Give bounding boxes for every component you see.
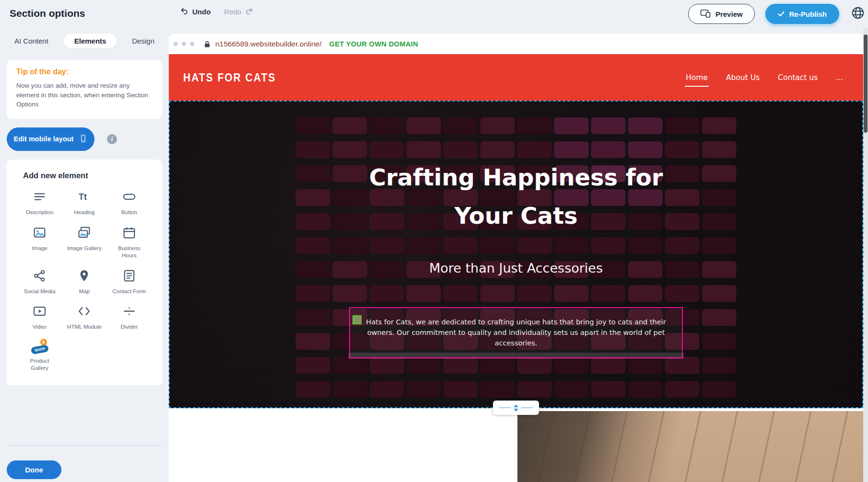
tile — [296, 117, 330, 134]
redo-button[interactable]: Redo — [224, 7, 254, 17]
hero-paragraph[interactable]: Hats for Cats, we are dedicated to craft… — [356, 317, 676, 348]
check-icon — [778, 10, 785, 18]
tile — [591, 381, 626, 398]
pavement-photo — [517, 411, 863, 482]
element-label: Map — [79, 288, 90, 295]
tile — [481, 117, 515, 134]
tile — [517, 285, 552, 302]
resize-dotted-line — [500, 407, 510, 408]
element-item-heading[interactable]: Tt Heading — [62, 190, 106, 216]
shop-pill-icon: SHOP — [31, 344, 49, 355]
tile — [296, 141, 330, 158]
tab-design[interactable]: Design — [132, 34, 154, 48]
element-item-product-gallery[interactable]: $ SHOP Product Gallery — [17, 340, 62, 372]
map-pin-icon — [77, 269, 91, 285]
shop-badge-icon: $ — [40, 339, 47, 345]
done-button[interactable]: Done — [7, 460, 61, 479]
tile — [517, 357, 552, 374]
tile — [591, 285, 626, 302]
sidebar-tabs: AI Content Elements Design — [0, 34, 169, 48]
element-item-description[interactable]: Description — [17, 190, 62, 216]
redo-icon — [245, 7, 254, 17]
tile — [591, 357, 626, 374]
tile — [554, 141, 589, 158]
section-resize-handle[interactable] — [493, 401, 539, 415]
tile — [333, 237, 367, 254]
hero-heading[interactable]: Crafting Happiness for Your Cats — [348, 158, 684, 235]
tile — [628, 381, 663, 398]
tile — [481, 357, 515, 374]
site-header[interactable]: HATS FOR CATS Home About Us Contact us .… — [169, 54, 863, 101]
republish-button[interactable]: Re-Publish — [765, 4, 839, 24]
vertical-scrollbar[interactable] — [863, 28, 868, 482]
next-section[interactable] — [169, 408, 863, 482]
mobile-layout-row: Edit mobile layout i — [7, 127, 162, 151]
tile — [554, 357, 589, 374]
element-item-video[interactable]: Video — [17, 304, 62, 331]
tile — [665, 357, 700, 374]
site-logo[interactable]: HATS FOR CATS — [183, 71, 276, 84]
tile — [481, 381, 515, 398]
undo-label: Undo — [192, 8, 211, 16]
description-icon — [33, 190, 47, 206]
element-item-map[interactable]: Map — [62, 269, 106, 295]
tab-ai-content[interactable]: AI Content — [14, 34, 48, 48]
tile — [296, 285, 330, 302]
tile — [333, 141, 367, 158]
browser-chrome-bar: n1566589.websitebuilder.online/ GET YOUR… — [169, 34, 863, 54]
hero-text-element-selected[interactable]: Hats for Cats, we are dedicated to craft… — [349, 307, 683, 358]
element-item-image-gallery[interactable]: Image Gallery — [62, 226, 106, 252]
tile — [481, 141, 515, 158]
tile — [296, 189, 330, 206]
window-dot — [182, 42, 186, 46]
element-item-social-media[interactable]: Social Media — [17, 269, 62, 295]
history-controls: Undo Redo — [180, 7, 254, 17]
nav-item-more[interactable]: ... — [836, 73, 843, 82]
tile — [296, 309, 330, 326]
tile — [702, 165, 737, 182]
element-item-contact-form[interactable]: Contact Form — [107, 269, 152, 295]
tile — [554, 237, 589, 254]
page-title: Section options — [10, 8, 85, 19]
divider-icon — [122, 304, 136, 320]
hero-section-selected[interactable]: Crafting Happiness for Your Cats More th… — [169, 101, 863, 408]
tile — [407, 381, 441, 398]
language-globe-button[interactable] — [850, 6, 866, 22]
element-item-html-module[interactable]: HTML Module — [62, 304, 106, 331]
preview-button[interactable]: Preview — [688, 4, 755, 24]
tile — [296, 381, 330, 398]
republish-label: Re-Publish — [789, 10, 827, 18]
element-item-business-hours[interactable]: Business Hours — [107, 226, 152, 259]
sidebar: AI Content Elements Design Tip of the da… — [0, 28, 169, 482]
tile — [370, 141, 404, 158]
get-domain-link[interactable]: GET YOUR OWN DOMAIN — [329, 40, 418, 48]
tile — [702, 381, 737, 398]
button-icon — [122, 190, 136, 206]
resize-dotted-line — [522, 407, 532, 408]
element-item-image[interactable]: Image — [17, 226, 62, 252]
svg-text:Tt: Tt — [79, 192, 87, 202]
undo-button[interactable]: Undo — [180, 7, 211, 17]
element-item-button[interactable]: Button — [107, 190, 152, 216]
tab-elements[interactable]: Elements — [64, 34, 117, 48]
tile — [517, 141, 552, 158]
tile — [628, 117, 663, 134]
site-url[interactable]: n1566589.websitebuilder.online/ — [215, 40, 321, 48]
tile — [370, 381, 404, 398]
element-drag-handle[interactable] — [352, 315, 362, 324]
element-item-divider[interactable]: Divider — [107, 304, 152, 331]
tile — [702, 333, 737, 350]
window-dot — [190, 42, 194, 46]
tile — [702, 141, 737, 158]
info-icon[interactable]: i — [107, 134, 117, 144]
scrollbar-thumb[interactable] — [864, 34, 868, 133]
tile — [702, 237, 737, 254]
nav-item-home[interactable]: Home — [686, 73, 708, 82]
nav-item-contact-us[interactable]: Contact us — [778, 73, 818, 82]
tile — [444, 381, 478, 398]
tile — [702, 189, 737, 206]
tile — [665, 141, 700, 158]
hero-subheading[interactable]: More than Just Accessories — [170, 261, 862, 275]
edit-mobile-layout-button[interactable]: Edit mobile layout — [7, 127, 94, 151]
nav-item-about-us[interactable]: About Us — [726, 73, 760, 82]
